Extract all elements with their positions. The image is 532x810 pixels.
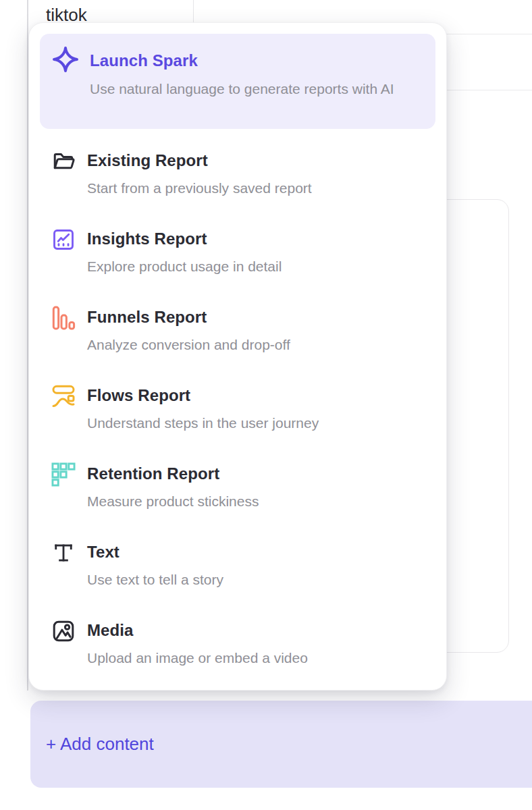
add-content-label: + Add content — [30, 734, 154, 755]
menu-item-media[interactable]: Media Upload an image or embed a video — [51, 620, 435, 668]
flows-sankey-icon — [51, 384, 76, 408]
menu-item-title: Insights Report — [87, 229, 282, 249]
menu-item-existing-report[interactable]: Existing Report Start from a previously … — [51, 151, 435, 198]
funnels-bars-icon — [51, 306, 76, 330]
background-row-border — [446, 34, 532, 34]
menu-item-title: Existing Report — [87, 151, 312, 171]
menu-item-flows-report[interactable]: Flows Report Understand steps in the use… — [51, 385, 435, 433]
insights-line-chart-icon — [51, 227, 76, 252]
retention-grid-icon — [51, 462, 76, 487]
open-folder-icon — [51, 149, 76, 173]
menu-item-description: Start from a previously saved report — [87, 178, 312, 198]
background-cell-text: tiktok — [46, 5, 87, 24]
background-row-border — [446, 90, 532, 90]
menu-item-title: Flows Report — [87, 385, 319, 406]
menu-item-launch-spark[interactable]: Launch Spark Use natural language to gen… — [40, 34, 435, 129]
menu-item-insights-report[interactable]: Insights Report Explore product usage in… — [51, 229, 435, 276]
add-content-button[interactable]: + Add content — [30, 701, 532, 788]
menu-item-description: Analyze conversion and drop-off — [87, 335, 290, 354]
add-content-menu-popover: Launch Spark Use natural language to gen… — [28, 22, 447, 691]
text-serif-icon — [51, 541, 76, 565]
menu-item-text[interactable]: Text Use text to tell a story — [51, 542, 435, 589]
menu-item-title: Media — [87, 620, 308, 641]
menu-item-description: Explore product usage in detail — [87, 256, 282, 276]
menu-item-title: Text — [87, 542, 223, 562]
menu-item-title: Funnels Report — [87, 307, 290, 327]
menu-item-description: Measure product stickiness — [87, 491, 259, 511]
menu-item-list: Existing Report Start from a previously … — [29, 151, 446, 668]
menu-item-title: Retention Report — [87, 464, 259, 484]
menu-item-description: Upload an image or embed a video — [87, 648, 308, 668]
menu-item-title: Launch Spark — [90, 47, 394, 71]
media-image-icon — [51, 619, 76, 643]
menu-item-description: Use natural language to generate reports… — [90, 78, 394, 101]
menu-item-retention-report[interactable]: Retention Report Measure product stickin… — [51, 464, 435, 511]
menu-item-description: Use text to tell a story — [87, 570, 223, 589]
page: { "page": { "background_text": "tiktok" … — [0, 0, 532, 810]
menu-item-description: Understand steps in the user journey — [87, 413, 319, 433]
background-column-border — [193, 0, 194, 24]
menu-item-funnels-report[interactable]: Funnels Report Analyze conversion and dr… — [51, 307, 435, 354]
spark-icon — [52, 46, 79, 73]
